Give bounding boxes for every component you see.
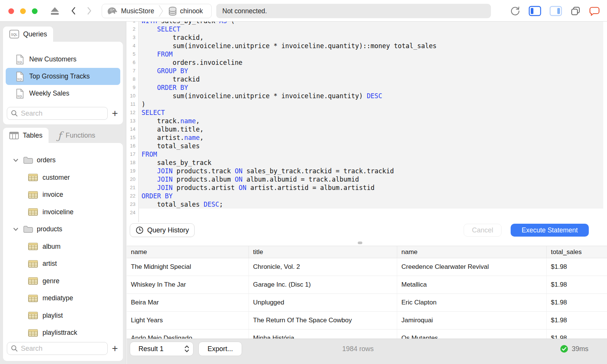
tab-tables[interactable]: Tables xyxy=(3,128,49,143)
line-number: 5 xyxy=(127,50,139,58)
result-cell[interactable]: $1.98 xyxy=(547,329,607,339)
refresh-icon xyxy=(510,6,521,16)
result-cell[interactable]: Minha História xyxy=(249,329,397,339)
query-history-button[interactable]: Query History xyxy=(130,223,195,237)
forward-icon xyxy=(85,6,93,16)
svg-text:SQL: SQL xyxy=(17,78,22,81)
query-item-label: Top Grossing Tracks xyxy=(29,72,90,80)
success-check-icon xyxy=(560,345,568,353)
results-header: nametitlenametotal_sales xyxy=(127,246,607,258)
result-cell[interactable]: Chronicle, Vol. 2 xyxy=(249,258,397,276)
tree-table-item[interactable]: album xyxy=(3,238,123,256)
column-header[interactable]: title xyxy=(249,246,397,258)
code-line: 21 JOIN products.artist ON artist.artist… xyxy=(127,184,607,192)
close-icon[interactable] xyxy=(8,8,14,14)
line-number: 11 xyxy=(127,100,139,108)
execute-statement-button[interactable]: Execute Statement xyxy=(511,224,589,237)
tree-table-item[interactable]: mediatype xyxy=(3,290,123,307)
sql-editor[interactable]: 1 WITH sales_by_track AS ( 2 SELECT 3 tr… xyxy=(127,22,607,222)
queries-search-input[interactable] xyxy=(7,107,108,120)
tree-table-item[interactable]: customer xyxy=(3,169,123,187)
column-header[interactable]: total_sales xyxy=(547,246,607,258)
line-number: 20 xyxy=(127,175,139,184)
result-cell[interactable]: $1.98 xyxy=(547,312,607,329)
result-cell[interactable]: Eric Clapton xyxy=(397,294,547,311)
query-list-item[interactable]: SQL Weekly Sales xyxy=(6,85,120,102)
result-cell[interactable]: $1.98 xyxy=(547,294,607,311)
tab-functions[interactable]: ƒ Functions xyxy=(54,128,99,143)
add-table-button[interactable]: + xyxy=(110,344,120,353)
result-cell[interactable]: Metallica xyxy=(397,276,547,293)
query-list: SQL New Customers SQL Top Grossing Track… xyxy=(3,42,123,102)
functions-icon: ƒ xyxy=(58,130,61,141)
code-line: 3 trackid, xyxy=(127,33,607,42)
eject-button[interactable] xyxy=(50,6,60,16)
tab-queries[interactable]: SQL Queries xyxy=(3,27,53,42)
line-number: 15 xyxy=(127,133,139,142)
splitter-handle[interactable] xyxy=(358,242,362,244)
code-text: orders.invoiceline xyxy=(139,58,603,67)
refresh-button[interactable] xyxy=(510,6,521,16)
sql-file-icon: SQL xyxy=(16,71,24,82)
results-footer: Result 1 Export... 1984 rows 39ms xyxy=(127,339,607,364)
query-list-item[interactable]: SQL Top Grossing Tracks xyxy=(6,68,120,85)
result-cell[interactable]: Beira Mar xyxy=(127,294,249,311)
table-row: Beira MarUnpluggedEric Clapton$1.98 xyxy=(127,294,607,312)
tree-item-label: genre xyxy=(42,277,60,285)
window-controls xyxy=(8,8,38,14)
right-panel-toggle-button[interactable] xyxy=(549,6,562,16)
tab-functions-label: Functions xyxy=(66,132,95,140)
left-panel-toggle-button[interactable] xyxy=(528,6,541,16)
tree-folder-item[interactable]: orders xyxy=(3,152,123,169)
tables-search-input[interactable] xyxy=(7,342,108,355)
column-header[interactable]: name xyxy=(397,246,547,258)
result-cell[interactable]: The Return Of The Space Cowboy xyxy=(249,312,397,329)
result-cell[interactable]: The Midnight Special xyxy=(127,258,249,276)
minimize-icon[interactable] xyxy=(20,8,26,14)
code-text: SELECT xyxy=(139,108,603,117)
breadcrumb-server[interactable]: MusicStore xyxy=(102,4,158,18)
result-selector[interactable]: Result 1 xyxy=(130,342,193,356)
result-cell[interactable]: $1.98 xyxy=(547,276,607,293)
back-button[interactable] xyxy=(69,6,78,16)
result-cell[interactable]: Creedence Clearwater Revival xyxy=(397,258,547,276)
code-line: 22 ORDER BY xyxy=(127,192,607,200)
forward-button[interactable] xyxy=(85,6,93,16)
table-tree: orders customer invoice invoiceline prod… xyxy=(3,143,123,342)
windows-button[interactable] xyxy=(570,6,581,16)
breadcrumb-database[interactable]: chinook xyxy=(164,4,207,18)
main-area: 1 WITH sales_by_track AS ( 2 SELECT 3 tr… xyxy=(127,22,607,364)
zoom-icon[interactable] xyxy=(32,8,38,14)
add-query-button[interactable]: + xyxy=(110,108,120,118)
editor-actions: Query History Cancel Execute Statement xyxy=(127,222,607,246)
table-grid-icon xyxy=(28,174,38,181)
result-cell[interactable]: Jamiroquai xyxy=(397,312,547,329)
result-cell[interactable]: Whiskey In The Jar xyxy=(127,276,249,293)
row-count: 1984 rows xyxy=(342,345,374,353)
cancel-button[interactable]: Cancel xyxy=(464,224,502,237)
code-text: artist.name, xyxy=(139,133,603,142)
code-line: 12 SELECT xyxy=(127,108,607,117)
result-cell[interactable]: Garage Inc. (Disc 1) xyxy=(249,276,397,293)
tree-table-item[interactable]: invoiceline xyxy=(3,204,123,221)
export-button[interactable]: Export... xyxy=(198,342,242,356)
feedback-button[interactable] xyxy=(589,6,600,16)
tree-table-item[interactable]: playlist xyxy=(3,307,123,325)
line-number: 8 xyxy=(127,75,139,83)
tree-folder-item[interactable]: products xyxy=(3,221,123,238)
result-cell[interactable]: $1.98 xyxy=(547,258,607,276)
result-cell[interactable]: Light Years xyxy=(127,312,249,329)
result-cell[interactable]: Ando Meio Desligado xyxy=(127,329,249,339)
code-line: 7 GROUP BY xyxy=(127,67,607,75)
query-performance: 39ms xyxy=(560,345,588,353)
column-header[interactable]: name xyxy=(127,246,249,258)
tree-table-item[interactable]: genre xyxy=(3,273,123,290)
result-cell[interactable]: Unplugged xyxy=(249,294,397,311)
tree-table-item[interactable]: artist xyxy=(3,255,123,273)
query-list-item[interactable]: SQL New Customers xyxy=(6,51,120,68)
tree-table-item[interactable]: invoice xyxy=(3,186,123,204)
code-line: 19 JOIN products.track ON sales_by_track… xyxy=(127,167,607,175)
queries-panel: SQL New Customers SQL Top Grossing Track… xyxy=(3,42,123,124)
line-number: 6 xyxy=(127,58,139,67)
result-cell[interactable]: Os Mutantes xyxy=(397,329,547,339)
